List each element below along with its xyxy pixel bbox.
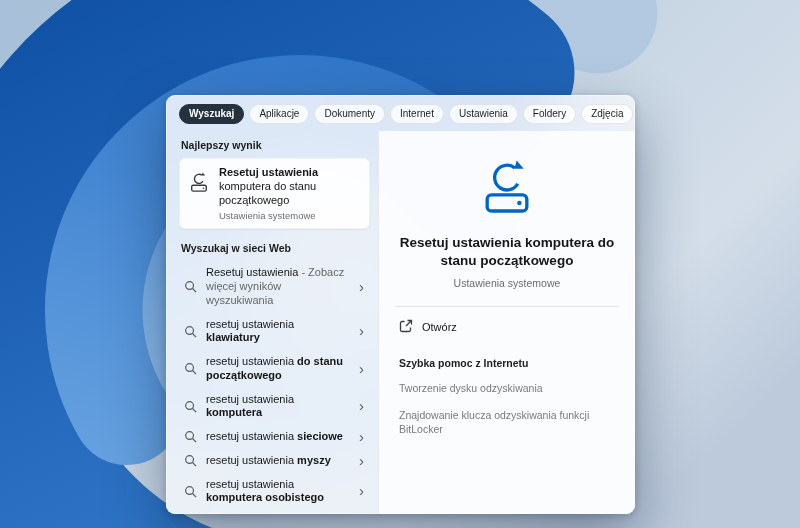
suggestion-text: resetuj ustawienia sieciowe: [206, 430, 348, 444]
suggestion-row-5[interactable]: resetuj ustawienia sieciowe ›: [179, 425, 370, 449]
search-icon: [184, 400, 197, 413]
chevron-right-icon[interactable]: ›: [357, 456, 366, 466]
tab-dokumenty[interactable]: Dokumenty: [314, 104, 385, 124]
search-flyout: Wyszukaj Aplikacje Dokumenty Internet Us…: [166, 95, 635, 514]
suggestion-row-1[interactable]: Resetuj ustawienia - Zobacz więcej wynik…: [179, 261, 370, 312]
recovery-drive-link[interactable]: Tworzenie dysku odzyskiwania: [395, 382, 619, 396]
chevron-right-icon[interactable]: ›: [357, 326, 366, 336]
suggestion-text: resetuj ustawienia myszy: [206, 454, 348, 468]
chevron-right-icon[interactable]: ›: [357, 282, 366, 292]
suggestion-row-4[interactable]: resetuj ustawienia komputera ›: [179, 388, 370, 426]
preview-subtitle: Ustawienia systemowe: [454, 277, 561, 289]
search-icon: [184, 485, 197, 498]
chevron-right-icon[interactable]: ›: [357, 432, 366, 442]
tab-zdjecia[interactable]: Zdjęcia: [581, 104, 633, 124]
tab-internet[interactable]: Internet: [390, 104, 444, 124]
tab-wyszukaj[interactable]: Wyszukaj: [179, 104, 244, 124]
open-icon: [399, 319, 413, 335]
web-suggestions: Resetuj ustawienia - Zobacz więcej wynik…: [179, 261, 370, 514]
suggestion-text: resetuj ustawienia komputera: [206, 393, 348, 421]
suggestion-row-2[interactable]: resetuj ustawienia klawiatury ›: [179, 313, 370, 351]
suggestion-text: resetuj ustawienia klawiatury: [206, 318, 348, 346]
preview-panel: Resetuj ustawienia komputera do stanu po…: [378, 131, 635, 514]
search-filter-tabs: Wyszukaj Aplikacje Dokumenty Internet Us…: [166, 95, 635, 131]
suggestion-text: resetuj ustawienia komputera osobistego: [206, 478, 348, 506]
suggestion-row-6[interactable]: resetuj ustawienia myszy ›: [179, 449, 370, 473]
results-column: Najlepszy wynik Resetuj ustawienia kompu…: [166, 131, 378, 514]
reset-pc-icon-large: [477, 159, 537, 220]
tab-ustawienia[interactable]: Ustawienia: [449, 104, 518, 124]
tab-aplikacje[interactable]: Aplikacje: [249, 104, 309, 124]
open-label: Otwórz: [422, 321, 457, 333]
best-match-result[interactable]: Resetuj ustawienia komputera do stanu po…: [179, 158, 370, 229]
suggestion-text: resetuj ustawienia do stanu początkowego: [206, 355, 348, 383]
best-match-subtitle: Ustawienia systemowe: [219, 210, 361, 221]
tab-foldery[interactable]: Foldery: [523, 104, 576, 124]
preview-title: Resetuj ustawienia komputera do stanu po…: [395, 234, 619, 270]
chevron-right-icon[interactable]: ›: [357, 401, 366, 411]
open-action[interactable]: Otwórz: [395, 313, 619, 341]
reset-pc-icon: [188, 172, 210, 197]
suggestion-row-8[interactable]: resetuj ustawienia klawiatury windows 10…: [179, 510, 370, 514]
search-icon: [184, 280, 197, 293]
quick-assist-link[interactable]: Szybka pomoc z Internetu: [395, 357, 619, 369]
divider: [395, 306, 619, 307]
suggestion-row-7[interactable]: resetuj ustawienia komputera osobistego …: [179, 473, 370, 511]
search-icon: [184, 325, 197, 338]
search-icon: [184, 454, 197, 467]
search-icon: [184, 430, 197, 443]
chevron-right-icon[interactable]: ›: [357, 486, 366, 496]
web-search-header: Wyszukaj w sieci Web: [181, 242, 370, 254]
chevron-right-icon[interactable]: ›: [357, 364, 366, 374]
best-match-title: Resetuj ustawienia komputera do stanu po…: [219, 166, 361, 207]
search-icon: [184, 362, 197, 375]
best-match-text: Resetuj ustawienia komputera do stanu po…: [219, 166, 361, 221]
suggestion-text: Resetuj ustawienia - Zobacz więcej wynik…: [206, 266, 348, 307]
bitlocker-key-link[interactable]: Znajdowanie klucza odzyskiwania funkcji …: [395, 409, 619, 436]
desktop: Wyszukaj Aplikacje Dokumenty Internet Us…: [0, 0, 800, 528]
best-match-header: Najlepszy wynik: [181, 139, 370, 151]
suggestion-row-3[interactable]: resetuj ustawienia do stanu początkowego…: [179, 350, 370, 388]
